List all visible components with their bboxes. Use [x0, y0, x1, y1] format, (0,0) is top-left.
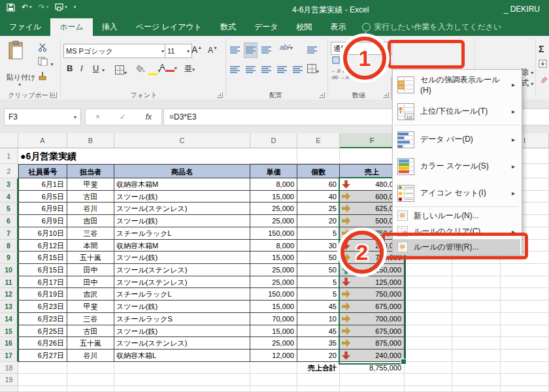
- enter-icon[interactable]: ✓: [120, 112, 126, 122]
- cell-E18-total-label[interactable]: 売上合計: [297, 362, 340, 374]
- font-color-button[interactable]: A▾: [159, 62, 177, 72]
- row-header-11[interactable]: 11: [0, 276, 18, 288]
- menu-item-icon-sets[interactable]: アイコン セット(I)▸: [393, 180, 520, 206]
- tab-ファイル[interactable]: ファイル: [0, 18, 50, 36]
- cell-E3[interactable]: 60: [297, 178, 340, 191]
- undo-button[interactable]: ↶▾: [22, 3, 32, 12]
- redo-button[interactable]: ↷▾: [39, 3, 49, 12]
- customize-qat-icon[interactable]: ▾: [74, 5, 76, 10]
- tab-ホーム[interactable]: ホーム: [50, 18, 93, 36]
- cell-row17[interactable]: [405, 350, 452, 362]
- cell-D14[interactable]: 70,000: [250, 313, 297, 325]
- cell-D16[interactable]: 25,000: [250, 337, 297, 350]
- cell-row20[interactable]: [18, 386, 67, 392]
- cell-row20[interactable]: [67, 386, 114, 392]
- align-top-button[interactable]: [230, 44, 240, 56]
- table-header-担当者[interactable]: 担当者: [67, 164, 114, 178]
- delete-cells-button[interactable]: 除 ▾: [521, 67, 533, 78]
- align-right-button[interactable]: [261, 64, 271, 76]
- cell-A6[interactable]: 6月9日: [18, 215, 67, 227]
- cell-row20[interactable]: [405, 386, 452, 392]
- number-dialog-launcher[interactable]: [383, 92, 389, 98]
- cell-C3[interactable]: 収納容木箱M: [114, 178, 250, 191]
- cell-row17[interactable]: [452, 350, 501, 362]
- cell-B9[interactable]: 五十嵐: [67, 252, 114, 264]
- cell-row12[interactable]: [452, 288, 501, 301]
- cell-row17[interactable]: [501, 350, 549, 362]
- cell-C4[interactable]: スツール(鉄): [114, 191, 250, 203]
- cell-E15[interactable]: 45: [297, 325, 340, 337]
- cell-E11[interactable]: 5: [297, 276, 340, 288]
- wrap-text-button[interactable]: [307, 44, 317, 56]
- cell-row14[interactable]: [452, 313, 501, 325]
- clear-button[interactable]: [540, 75, 548, 85]
- cell-D9[interactable]: 15,000: [250, 252, 297, 264]
- cell-D6[interactable]: 25,000: [250, 215, 297, 227]
- tab-挿入[interactable]: 挿入: [93, 18, 127, 36]
- cell-B16[interactable]: 五十嵐: [67, 337, 114, 350]
- cell-row14[interactable]: [501, 313, 549, 325]
- cell-B7[interactable]: 三谷: [67, 227, 114, 240]
- cell-E10[interactable]: 50: [297, 264, 340, 276]
- column-header-C[interactable]: C: [114, 133, 250, 148]
- cell-D8[interactable]: 8,000: [250, 240, 297, 252]
- row-header-13[interactable]: 13: [0, 301, 18, 313]
- borders-button[interactable]: ▾: [115, 65, 127, 77]
- cell-row19[interactable]: [297, 374, 340, 386]
- column-header-A[interactable]: A: [18, 133, 67, 148]
- cell-E9[interactable]: 50: [297, 252, 340, 264]
- phonetic-guide-button[interactable]: 亜▾: [184, 63, 195, 74]
- cell-D10[interactable]: 25,000: [250, 264, 297, 276]
- cancel-icon[interactable]: ×: [95, 112, 100, 122]
- format-cells-button[interactable]: 式 ▾: [521, 78, 533, 89]
- cell-row20[interactable]: [501, 386, 549, 392]
- cell-D4[interactable]: 15,000: [250, 191, 297, 203]
- font-dialog-launcher[interactable]: [217, 92, 223, 98]
- tell-me-box[interactable]: 実行したい作業を入力してください: [356, 18, 502, 36]
- cell-row18[interactable]: [18, 362, 67, 374]
- cell-D17[interactable]: 12,000: [250, 350, 297, 362]
- row-header-18[interactable]: 18: [0, 362, 18, 374]
- cell-C15[interactable]: スツール(鉄): [114, 325, 250, 337]
- cell-row15[interactable]: [452, 325, 501, 337]
- cell-A9[interactable]: 6月15日: [18, 252, 67, 264]
- cell-row20[interactable]: [297, 386, 340, 392]
- cell-row18[interactable]: [67, 362, 114, 374]
- cell-A7[interactable]: 6月10日: [18, 227, 67, 240]
- cell-A15[interactable]: 6月25日: [18, 325, 67, 337]
- cell-B10[interactable]: 田中: [67, 264, 114, 276]
- accounting-format-icon[interactable]: [332, 56, 342, 67]
- copy-icon[interactable]: ▾: [38, 57, 53, 69]
- cell-F11[interactable]: 125,000: [340, 276, 405, 288]
- cell-D7[interactable]: 150,000: [250, 227, 297, 240]
- row-header-10[interactable]: 10: [0, 264, 18, 276]
- alignment-dialog-launcher[interactable]: [319, 92, 325, 98]
- cell-A14[interactable]: 6月23日: [18, 313, 67, 325]
- row-header-20[interactable]: [0, 386, 18, 392]
- cell-row13[interactable]: [452, 301, 501, 313]
- fill-button[interactable]: [539, 59, 547, 70]
- cell-F12[interactable]: 750,000: [340, 288, 405, 301]
- cell-row19[interactable]: [452, 374, 501, 386]
- cell-D5[interactable]: 25,000: [250, 203, 297, 215]
- orientation-button[interactable]: ab/▾: [280, 43, 292, 51]
- cell-E14[interactable]: 10: [297, 313, 340, 325]
- cell-C11[interactable]: スツール(ステンレス): [114, 276, 250, 288]
- cell-row19[interactable]: [67, 374, 114, 386]
- table-header-商品名[interactable]: 商品名: [114, 164, 250, 178]
- row-header-19[interactable]: 19: [0, 374, 18, 386]
- table-header-個数[interactable]: 個数: [297, 164, 340, 178]
- cut-icon[interactable]: [38, 42, 47, 54]
- cell-row12[interactable]: [501, 288, 549, 301]
- cell-row18[interactable]: [405, 362, 452, 374]
- menu-item-data-bars[interactable]: データ バー(D)▸: [393, 126, 520, 153]
- tab-表示[interactable]: 表示: [322, 18, 356, 36]
- cell-A11[interactable]: 6月17日: [18, 276, 67, 288]
- paste-dropdown-caret[interactable]: ▾: [18, 82, 21, 88]
- cell-E6[interactable]: 20: [297, 215, 340, 227]
- cell-B15[interactable]: 古田: [67, 325, 114, 337]
- cell-F15[interactable]: 675,000: [340, 325, 405, 337]
- cell-F18-total-value[interactable]: 8,755,000: [340, 362, 405, 374]
- cell-E16[interactable]: 35: [297, 337, 340, 350]
- table-header-社員番号[interactable]: 社員番号: [18, 164, 67, 178]
